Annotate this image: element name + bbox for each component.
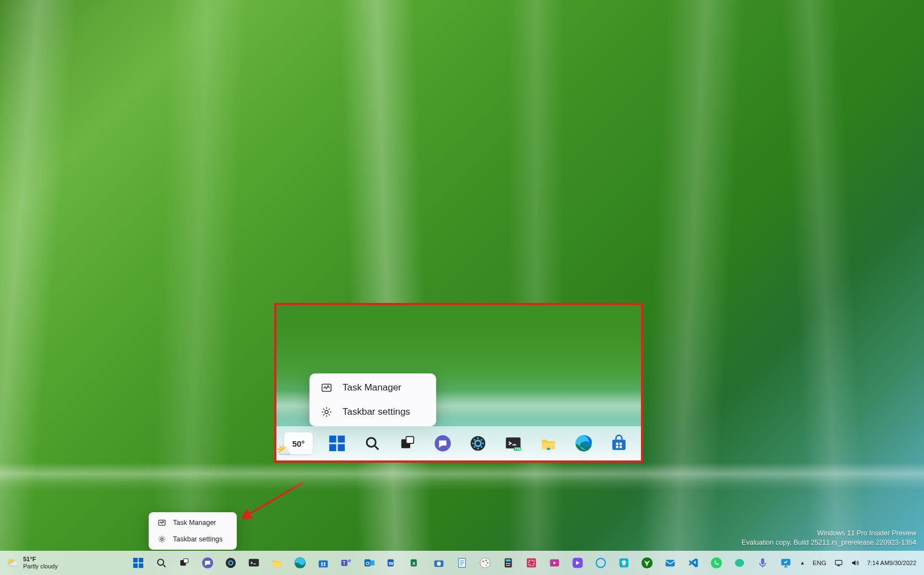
menu-item-task-manager[interactable]: Task Manager (151, 514, 235, 531)
outlook-icon: O (363, 556, 376, 569)
desktop[interactable]: Task Manager Taskbar settings 50° (0, 0, 924, 575)
vscode-icon (687, 556, 700, 569)
svg-text:O: O (366, 561, 369, 566)
edge-icon (574, 434, 593, 453)
svg-rect-63 (506, 560, 510, 562)
weather-condition: Partly cloudy (23, 563, 58, 570)
terminal-pre-button[interactable]: PRE (499, 429, 528, 458)
taskbar[interactable]: ⛅ 51°F Partly cloudy TOWX ▲ ENG 7:14 AM … (0, 551, 924, 575)
svg-rect-42 (321, 565, 323, 566)
settings-pre-button[interactable] (220, 552, 241, 573)
outlook-button[interactable]: O (359, 552, 380, 573)
language-indicator[interactable]: ENG (811, 552, 829, 573)
svg-point-66 (509, 563, 510, 564)
svg-rect-18 (612, 440, 626, 450)
svg-point-57 (480, 558, 490, 568)
excel-button[interactable]: X (405, 552, 426, 573)
clipchamp-button[interactable] (567, 552, 588, 573)
folder-icon (539, 434, 558, 453)
svg-point-60 (487, 562, 488, 564)
watermark-line2: Evaluation copy. Build 25211.rs_prerelea… (742, 538, 916, 547)
search-button[interactable] (151, 552, 172, 573)
edge-button[interactable] (290, 552, 311, 573)
notepad-button[interactable] (452, 552, 472, 573)
calculator-icon (502, 556, 515, 569)
camera-icon (432, 556, 445, 569)
paint-icon (479, 556, 492, 569)
taskbar-context-menu-large: Task Manager Taskbar settings (309, 373, 436, 426)
windows-logo-icon (328, 434, 346, 453)
volume-icon[interactable] (849, 552, 862, 573)
weather-widget[interactable]: ⛅ 51°F Partly cloudy (7, 556, 58, 569)
svg-point-25 (161, 538, 163, 540)
svg-rect-29 (139, 563, 143, 568)
notepad-icon (455, 556, 469, 569)
task-view-button[interactable] (174, 552, 195, 573)
magnified-inset: Task Manager Taskbar settings 50° (274, 303, 643, 463)
tips-button[interactable] (613, 552, 634, 573)
search-button[interactable] (358, 429, 387, 458)
settings-pre-button[interactable] (464, 429, 492, 458)
explorer-button[interactable] (534, 429, 563, 458)
svg-rect-4 (329, 444, 336, 451)
voice-button[interactable] (752, 552, 773, 573)
paint-button[interactable] (475, 552, 496, 573)
task-view-icon (398, 434, 417, 453)
store-button[interactable] (313, 552, 334, 573)
store-button[interactable] (605, 429, 633, 458)
watermark-line1: Windows 11 Pro Insider Preview (742, 529, 916, 538)
svg-point-68 (508, 565, 509, 566)
word-icon: W (386, 556, 399, 569)
xbox-button[interactable] (637, 552, 657, 573)
word-button[interactable]: W (382, 552, 403, 573)
menu-item-taskbar-settings[interactable]: Taskbar settings (312, 400, 434, 424)
teams-button[interactable]: T (336, 552, 357, 573)
snip-icon (525, 556, 538, 569)
svg-rect-27 (139, 558, 143, 562)
svg-rect-80 (835, 560, 842, 565)
whatsapp-button[interactable] (706, 552, 727, 573)
cortana-button[interactable] (590, 552, 611, 573)
windows-watermark: Windows 11 Pro Insider Preview Evaluatio… (742, 529, 916, 547)
camera-button[interactable] (428, 552, 449, 573)
settings-pre-icon (224, 556, 237, 569)
gear-icon (320, 406, 333, 418)
chat-icon (433, 434, 452, 453)
calculator-button[interactable] (498, 552, 519, 573)
task-view-button[interactable] (393, 429, 422, 458)
network-icon[interactable] (832, 552, 845, 573)
svg-rect-36 (249, 559, 259, 567)
svg-point-1 (325, 410, 328, 414)
xbox-icon (640, 556, 654, 569)
media-button[interactable] (544, 552, 565, 573)
time: 7:14 AM (867, 560, 889, 567)
edge-button[interactable] (569, 429, 598, 458)
mail-button[interactable] (660, 552, 681, 573)
terminal-pre-button[interactable] (243, 552, 264, 573)
svg-rect-16 (547, 448, 550, 450)
explorer-button[interactable] (267, 552, 287, 573)
terminal-pre-icon (247, 556, 260, 569)
menu-item-taskbar-settings[interactable]: Taskbar settings (151, 531, 235, 547)
start-button[interactable] (128, 552, 149, 573)
chat-button[interactable] (428, 429, 457, 458)
svg-rect-78 (761, 558, 764, 565)
quickassist-button[interactable] (775, 552, 796, 573)
svg-rect-2 (329, 436, 336, 443)
svg-rect-37 (273, 562, 282, 567)
start-button[interactable] (323, 429, 351, 458)
family-button[interactable] (729, 552, 750, 573)
chat-button[interactable] (197, 552, 218, 573)
annotation-arrow (242, 479, 308, 523)
weather-widget-large[interactable]: 50° (284, 432, 313, 454)
task-manager-icon (157, 518, 166, 527)
tray-overflow-chevron[interactable]: ▲ (798, 552, 807, 573)
weather-icon: ⛅ (7, 557, 19, 569)
vscode-button[interactable] (683, 552, 704, 573)
clock[interactable]: 7:14 AM 9/30/2022 (865, 552, 918, 573)
snip-button[interactable] (521, 552, 542, 573)
svg-point-65 (508, 563, 509, 564)
menu-item-task-manager[interactable]: Task Manager (312, 376, 434, 400)
svg-rect-43 (324, 565, 325, 566)
quickassist-icon (779, 556, 792, 569)
